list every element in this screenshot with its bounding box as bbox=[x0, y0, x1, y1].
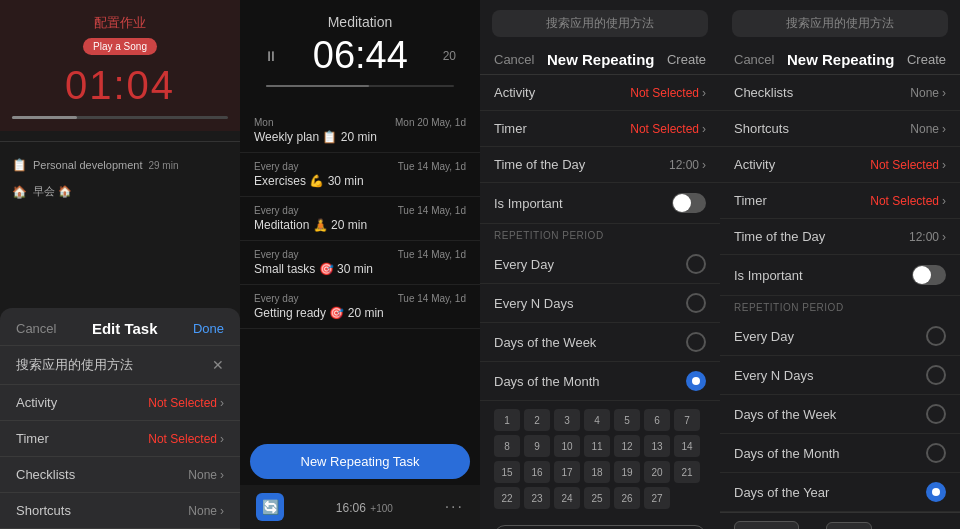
p3-every-n-radio[interactable] bbox=[686, 293, 706, 313]
more-icon[interactable]: ··· bbox=[445, 498, 464, 516]
p3-every-day-radio[interactable] bbox=[686, 254, 706, 274]
p3-time-row[interactable]: Time of the Day 12:00 › bbox=[480, 147, 720, 183]
cal-cell-14[interactable]: 14 bbox=[674, 435, 700, 457]
cal-cell-20[interactable]: 20 bbox=[644, 461, 670, 483]
month-selector[interactable]: January bbox=[734, 521, 799, 529]
cal-cell-22[interactable]: 22 bbox=[494, 487, 520, 509]
main-timer: 01:04 bbox=[65, 63, 175, 108]
p4-timer-row[interactable]: Timer Not Selected › bbox=[720, 183, 960, 219]
p4-every-n-radio[interactable] bbox=[926, 365, 946, 385]
task-row-1[interactable]: Every day Tue 14 May, 1d Exercises 💪 30 … bbox=[240, 153, 480, 197]
cal-cell-5[interactable]: 5 bbox=[614, 409, 640, 431]
task-day-0: Mon Mon 20 May, 1d bbox=[254, 117, 466, 128]
cal-cell-7[interactable]: 7 bbox=[674, 409, 700, 431]
activity-value: Not Selected › bbox=[148, 396, 224, 410]
timer-row[interactable]: Timer Not Selected › bbox=[0, 421, 240, 457]
last-day-button[interactable]: Last Day of the Month bbox=[494, 525, 706, 529]
create-button[interactable]: Create bbox=[667, 52, 706, 67]
p4-days-year-radio[interactable] bbox=[926, 482, 946, 502]
cal-cell-10[interactable]: 10 bbox=[554, 435, 580, 457]
p3-days-week-radio[interactable] bbox=[686, 332, 706, 352]
cancel-button[interactable]: Cancel bbox=[494, 52, 534, 67]
cal-cell-23[interactable]: 23 bbox=[524, 487, 550, 509]
cal-cell-3[interactable]: 3 bbox=[554, 409, 580, 431]
shortcuts-row[interactable]: Shortcuts None › bbox=[0, 493, 240, 529]
p3-days-week-label: Days of the Week bbox=[494, 335, 596, 350]
p4-days-month-row[interactable]: Days of the Month bbox=[720, 434, 960, 473]
p4-every-n-row[interactable]: Every N Days bbox=[720, 356, 960, 395]
cal-cell-16[interactable]: 16 bbox=[524, 461, 550, 483]
cal-cell-9[interactable]: 9 bbox=[524, 435, 550, 457]
cal-cell-6[interactable]: 6 bbox=[644, 409, 670, 431]
add-day-button[interactable]: ADD bbox=[826, 522, 871, 529]
p4-activity-label: Activity bbox=[734, 157, 775, 172]
task-name-input[interactable]: 搜索应用的使用方法 bbox=[16, 356, 212, 374]
p3-activity-row[interactable]: Activity Not Selected › bbox=[480, 75, 720, 111]
new-repeating-task-button[interactable]: New Repeating Task bbox=[250, 444, 470, 479]
cal-cell-1[interactable]: 1 bbox=[494, 409, 520, 431]
p4-checklists-row[interactable]: Checklists None › bbox=[720, 75, 960, 111]
activity-row[interactable]: Activity Not Selected › bbox=[0, 385, 240, 421]
chevron-icon4: › bbox=[220, 504, 224, 518]
p3-days-week-row[interactable]: Days of the Week bbox=[480, 323, 720, 362]
p4-every-day-row[interactable]: Every Day bbox=[720, 317, 960, 356]
p3-every-n-row[interactable]: Every N Days bbox=[480, 284, 720, 323]
chevron-icon3: › bbox=[220, 468, 224, 482]
p4-time-row[interactable]: Time of the Day 12:00 › bbox=[720, 219, 960, 255]
p3-days-month-row[interactable]: Days of the Month bbox=[480, 362, 720, 401]
modal-done-button[interactable]: Done bbox=[193, 321, 224, 336]
p3-important-row[interactable]: Is Important bbox=[480, 183, 720, 224]
cal-cell-13[interactable]: 13 bbox=[644, 435, 670, 457]
p4-days-year-row[interactable]: Days of the Year bbox=[720, 473, 960, 512]
cal-cell-2[interactable]: 2 bbox=[524, 409, 550, 431]
p4-days-year-label: Days of the Year bbox=[734, 485, 829, 500]
task-row-2[interactable]: Every day Tue 14 May, 1d Meditation 🧘 20… bbox=[240, 197, 480, 241]
p4-shortcuts-row[interactable]: Shortcuts None › bbox=[720, 111, 960, 147]
p4-important-row[interactable]: Is Important bbox=[720, 255, 960, 296]
p3-days-month-radio[interactable] bbox=[686, 371, 706, 391]
cal-cell-27[interactable]: 27 bbox=[644, 487, 670, 509]
p3-days-month-label: Days of the Month bbox=[494, 374, 600, 389]
p4-cancel-button[interactable]: Cancel bbox=[734, 52, 774, 67]
important-toggle[interactable] bbox=[672, 193, 706, 213]
p4-every-day-radio[interactable] bbox=[926, 326, 946, 346]
panel3-nav: Cancel New Repeating Create bbox=[480, 43, 720, 75]
p3-timer-row[interactable]: Timer Not Selected › bbox=[480, 111, 720, 147]
p4-days-month-radio[interactable] bbox=[926, 443, 946, 463]
modal-cancel-button[interactable]: Cancel bbox=[16, 321, 56, 336]
task-row-3[interactable]: Every day Tue 14 May, 1d Small tasks 🎯 3… bbox=[240, 241, 480, 285]
cal-cell-8[interactable]: 8 bbox=[494, 435, 520, 457]
play-song-button[interactable]: Play a Song bbox=[83, 38, 157, 55]
clear-icon[interactable]: ✕ bbox=[212, 357, 224, 373]
search-bar[interactable]: 搜索应用的使用方法 bbox=[492, 10, 708, 37]
chevron-p4-time: › bbox=[942, 230, 946, 244]
cal-cell-15[interactable]: 15 bbox=[494, 461, 520, 483]
p4-days-week-row[interactable]: Days of the Week bbox=[720, 395, 960, 434]
p4-important-toggle[interactable] bbox=[912, 265, 946, 285]
p4-checklists-label: Checklists bbox=[734, 85, 793, 100]
pause-icon[interactable]: ⏸ bbox=[264, 48, 278, 64]
cal-cell-11[interactable]: 11 bbox=[584, 435, 610, 457]
cal-cell-26[interactable]: 26 bbox=[614, 487, 640, 509]
cal-cell-25[interactable]: 25 bbox=[584, 487, 610, 509]
p4-create-button[interactable]: Create bbox=[907, 52, 946, 67]
cal-cell-19[interactable]: 19 bbox=[614, 461, 640, 483]
cal-cell-21[interactable]: 21 bbox=[674, 461, 700, 483]
cal-cell-18[interactable]: 18 bbox=[584, 461, 610, 483]
cal-cell-4[interactable]: 4 bbox=[584, 409, 610, 431]
cal-cell-24[interactable]: 24 bbox=[554, 487, 580, 509]
cal-cell-12[interactable]: 12 bbox=[614, 435, 640, 457]
toggle-thumb bbox=[673, 194, 691, 212]
month-select-row: January ... ADD bbox=[720, 512, 960, 529]
task-row-4[interactable]: Every day Tue 14 May, 1d Getting ready 🎯… bbox=[240, 285, 480, 329]
chevron-timer: › bbox=[702, 122, 706, 136]
task-duration: 29 min bbox=[148, 160, 178, 171]
p4-activity-row[interactable]: Activity Not Selected › bbox=[720, 147, 960, 183]
p4-search-bar[interactable]: 搜索应用的使用方法 bbox=[732, 10, 948, 37]
p3-every-day-row[interactable]: Every Day bbox=[480, 245, 720, 284]
panel4-nav: Cancel New Repeating Create bbox=[720, 43, 960, 75]
cal-cell-17[interactable]: 17 bbox=[554, 461, 580, 483]
checklists-row[interactable]: Checklists None › bbox=[0, 457, 240, 493]
task-row-0[interactable]: Mon Mon 20 May, 1d Weekly plan 📋 20 min bbox=[240, 109, 480, 153]
p4-days-week-radio[interactable] bbox=[926, 404, 946, 424]
